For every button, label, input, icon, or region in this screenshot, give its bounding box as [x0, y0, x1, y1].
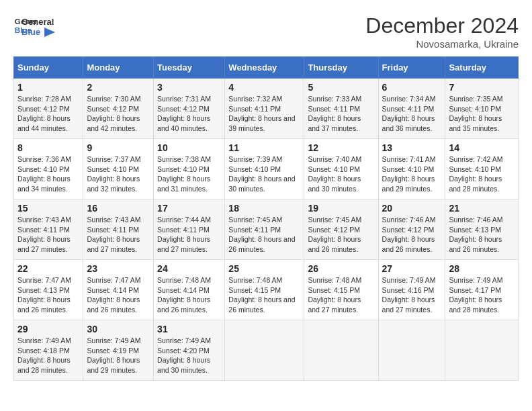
calendar-cell: 20Sunrise: 7:46 AMSunset: 4:12 PMDayligh…: [378, 199, 445, 260]
day-info: Sunrise: 7:40 AMSunset: 4:10 PMDaylight:…: [308, 154, 374, 194]
day-info: Sunrise: 7:45 AMSunset: 4:11 PMDaylight:…: [228, 215, 300, 255]
day-info: Sunrise: 7:47 AMSunset: 4:13 PMDaylight:…: [17, 275, 79, 315]
calendar-cell: 24Sunrise: 7:48 AMSunset: 4:14 PMDayligh…: [154, 260, 225, 320]
calendar-cell: 17Sunrise: 7:44 AMSunset: 4:11 PMDayligh…: [154, 199, 225, 260]
day-number: 15: [17, 203, 79, 214]
calendar-cell: 27Sunrise: 7:49 AMSunset: 4:16 PMDayligh…: [378, 260, 445, 320]
calendar-cell: 21Sunrise: 7:46 AMSunset: 4:13 PMDayligh…: [445, 199, 519, 260]
page-header: General Blue General Blue December 2024 …: [13, 13, 519, 50]
day-info: Sunrise: 7:28 AMSunset: 4:12 PMDaylight:…: [17, 94, 79, 134]
day-info: Sunrise: 7:49 AMSunset: 4:19 PMDaylight:…: [87, 336, 150, 375]
title-block: December 2024 Novosamarka, Ukraine: [365, 13, 519, 50]
calendar-table: SundayMondayTuesdayWednesdayThursdayFrid…: [13, 56, 519, 381]
calendar-cell: 3Sunrise: 7:31 AMSunset: 4:12 PMDaylight…: [154, 79, 225, 139]
calendar-cell: 8Sunrise: 7:36 AMSunset: 4:10 PMDaylight…: [14, 139, 83, 199]
day-info: Sunrise: 7:33 AMSunset: 4:11 PMDaylight:…: [308, 94, 374, 134]
calendar-cell: [378, 320, 445, 381]
day-info: Sunrise: 7:48 AMSunset: 4:15 PMDaylight:…: [228, 275, 300, 315]
calendar-cell: 23Sunrise: 7:47 AMSunset: 4:14 PMDayligh…: [83, 260, 154, 320]
calendar-cell: 22Sunrise: 7:47 AMSunset: 4:13 PMDayligh…: [14, 260, 83, 320]
day-number: 5: [308, 82, 374, 93]
day-number: 8: [17, 142, 79, 153]
svg-marker-3: [44, 28, 55, 37]
calendar-cell: 10Sunrise: 7:38 AMSunset: 4:10 PMDayligh…: [154, 139, 225, 199]
weekday-header-saturday: Saturday: [445, 57, 519, 79]
week-row-2: 8Sunrise: 7:36 AMSunset: 4:10 PMDaylight…: [14, 139, 519, 199]
day-info: Sunrise: 7:45 AMSunset: 4:12 PMDaylight:…: [308, 215, 374, 255]
calendar-cell: 13Sunrise: 7:41 AMSunset: 4:10 PMDayligh…: [378, 139, 445, 199]
day-number: 31: [157, 324, 221, 334]
day-number: 13: [382, 142, 442, 153]
day-info: Sunrise: 7:42 AMSunset: 4:10 PMDaylight:…: [449, 154, 515, 194]
day-number: 16: [87, 203, 150, 214]
calendar-cell: 29Sunrise: 7:49 AMSunset: 4:18 PMDayligh…: [14, 320, 83, 381]
day-number: 9: [87, 142, 150, 153]
day-number: 23: [87, 263, 150, 274]
day-info: Sunrise: 7:43 AMSunset: 4:11 PMDaylight:…: [17, 215, 79, 255]
day-number: 14: [449, 142, 515, 153]
day-info: Sunrise: 7:43 AMSunset: 4:11 PMDaylight:…: [87, 215, 150, 255]
calendar-cell: 1Sunrise: 7:28 AMSunset: 4:12 PMDaylight…: [14, 79, 83, 139]
day-number: 20: [382, 203, 442, 214]
day-info: Sunrise: 7:31 AMSunset: 4:12 PMDaylight:…: [157, 94, 221, 134]
calendar-cell: 15Sunrise: 7:43 AMSunset: 4:11 PMDayligh…: [14, 199, 83, 260]
calendar-cell: 11Sunrise: 7:39 AMSunset: 4:10 PMDayligh…: [225, 139, 304, 199]
calendar-cell: 31Sunrise: 7:49 AMSunset: 4:20 PMDayligh…: [154, 320, 225, 381]
day-number: 29: [17, 324, 79, 334]
month-title: December 2024: [365, 13, 519, 38]
day-info: Sunrise: 7:38 AMSunset: 4:10 PMDaylight:…: [157, 154, 221, 194]
day-number: 3: [157, 82, 221, 93]
logo-triangle: [44, 28, 55, 37]
calendar-cell: 4Sunrise: 7:32 AMSunset: 4:11 PMDaylight…: [225, 79, 304, 139]
day-info: Sunrise: 7:49 AMSunset: 4:20 PMDaylight:…: [157, 336, 221, 375]
day-info: Sunrise: 7:44 AMSunset: 4:11 PMDaylight:…: [157, 215, 221, 255]
day-number: 17: [157, 203, 221, 214]
week-row-5: 29Sunrise: 7:49 AMSunset: 4:18 PMDayligh…: [14, 320, 519, 381]
day-number: 21: [449, 203, 515, 214]
day-number: 12: [308, 142, 374, 153]
logo-general: General: [21, 17, 55, 27]
day-number: 10: [157, 142, 221, 153]
calendar-cell: [304, 320, 378, 381]
calendar-cell: 18Sunrise: 7:45 AMSunset: 4:11 PMDayligh…: [225, 199, 304, 260]
day-number: 25: [228, 263, 300, 274]
calendar-body: 1Sunrise: 7:28 AMSunset: 4:12 PMDaylight…: [14, 79, 519, 381]
day-info: Sunrise: 7:48 AMSunset: 4:15 PMDaylight:…: [308, 275, 374, 315]
calendar-cell: 5Sunrise: 7:33 AMSunset: 4:11 PMDaylight…: [304, 79, 378, 139]
day-info: Sunrise: 7:41 AMSunset: 4:10 PMDaylight:…: [382, 154, 442, 194]
day-info: Sunrise: 7:32 AMSunset: 4:11 PMDaylight:…: [228, 94, 300, 134]
calendar-cell: 30Sunrise: 7:49 AMSunset: 4:19 PMDayligh…: [83, 320, 154, 381]
day-number: 18: [228, 203, 300, 214]
calendar-header: SundayMondayTuesdayWednesdayThursdayFrid…: [14, 57, 519, 79]
day-number: 7: [449, 82, 515, 93]
weekday-header-wednesday: Wednesday: [225, 57, 304, 79]
weekday-header-tuesday: Tuesday: [154, 57, 225, 79]
day-info: Sunrise: 7:35 AMSunset: 4:10 PMDaylight:…: [449, 94, 515, 134]
weekday-header-monday: Monday: [83, 57, 154, 79]
week-row-3: 15Sunrise: 7:43 AMSunset: 4:11 PMDayligh…: [14, 199, 519, 260]
calendar-cell: [445, 320, 519, 381]
logo-blue: Blue: [21, 27, 55, 38]
calendar-cell: 12Sunrise: 7:40 AMSunset: 4:10 PMDayligh…: [304, 139, 378, 199]
day-info: Sunrise: 7:30 AMSunset: 4:12 PMDaylight:…: [87, 94, 150, 134]
day-info: Sunrise: 7:34 AMSunset: 4:11 PMDaylight:…: [382, 94, 442, 134]
day-info: Sunrise: 7:46 AMSunset: 4:13 PMDaylight:…: [449, 215, 515, 255]
calendar-cell: [225, 320, 304, 381]
logo: General Blue General Blue: [13, 13, 55, 38]
day-number: 28: [449, 263, 515, 274]
day-info: Sunrise: 7:48 AMSunset: 4:14 PMDaylight:…: [157, 275, 221, 315]
weekday-header-thursday: Thursday: [304, 57, 378, 79]
day-number: 4: [228, 82, 300, 93]
day-number: 19: [308, 203, 374, 214]
day-number: 2: [87, 82, 150, 93]
day-info: Sunrise: 7:47 AMSunset: 4:14 PMDaylight:…: [87, 275, 150, 315]
day-number: 1: [17, 82, 79, 93]
calendar-cell: 26Sunrise: 7:48 AMSunset: 4:15 PMDayligh…: [304, 260, 378, 320]
day-info: Sunrise: 7:46 AMSunset: 4:12 PMDaylight:…: [382, 215, 442, 255]
weekday-header-row: SundayMondayTuesdayWednesdayThursdayFrid…: [14, 57, 519, 79]
calendar-cell: 25Sunrise: 7:48 AMSunset: 4:15 PMDayligh…: [225, 260, 304, 320]
day-info: Sunrise: 7:37 AMSunset: 4:10 PMDaylight:…: [87, 154, 150, 194]
day-info: Sunrise: 7:39 AMSunset: 4:10 PMDaylight:…: [228, 154, 300, 194]
calendar-cell: 16Sunrise: 7:43 AMSunset: 4:11 PMDayligh…: [83, 199, 154, 260]
day-number: 27: [382, 263, 442, 274]
